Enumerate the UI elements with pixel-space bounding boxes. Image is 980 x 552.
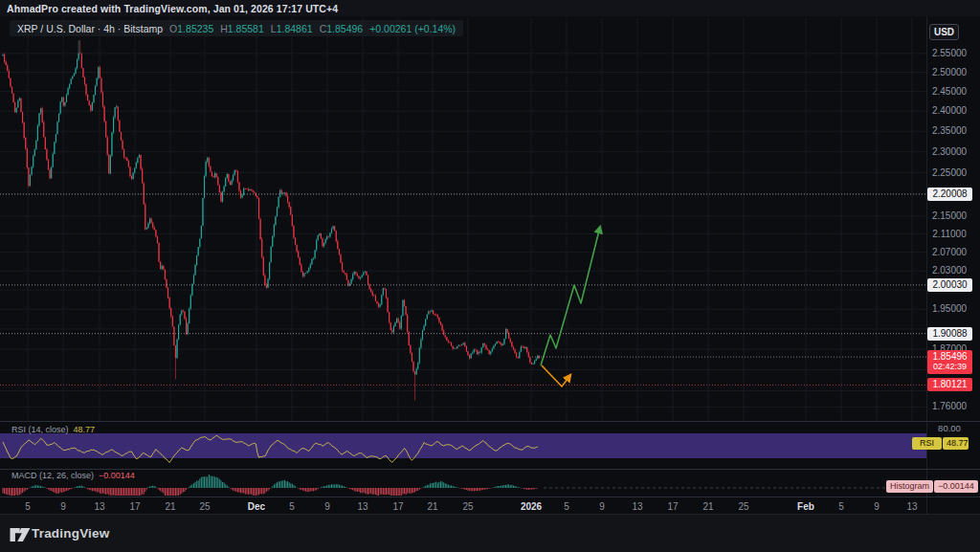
attribution-bar: AhmadPro created with TradingView.com, J… [0, 0, 980, 16]
macd-value: −0.00144 [99, 471, 135, 480]
tradingview-logo-icon[interactable] [10, 527, 31, 542]
symbol-legend[interactable]: XRP / U.S. Dollar · 4h · Bitstamp O1.852… [10, 20, 463, 36]
rsi-pane-canvas[interactable] [0, 422, 926, 469]
rsi-axis-badge: RSI48.77 [912, 437, 969, 450]
price-chart-canvas[interactable] [0, 17, 926, 421]
time-axis-tick: 21 [165, 501, 175, 512]
price-axis-label: 2.25000 [926, 167, 972, 178]
time-axis-tick: 9 [599, 501, 605, 512]
macd-pane-canvas[interactable] [0, 469, 926, 497]
price-axis-label: 1.87000 [926, 343, 972, 354]
tradingview-brand[interactable]: TradingView [32, 526, 109, 541]
time-axis-tick: 5 [838, 501, 844, 512]
price-axis-label: 2.40000 [926, 105, 972, 116]
price-axis-label: 2.45000 [926, 86, 972, 97]
time-axis-tick: 13 [906, 501, 917, 512]
price-axis-label: 2.55000 [926, 48, 972, 58]
price-axis-label: 1.76000 [926, 401, 972, 411]
rsi-scale-label: 80.00 [926, 423, 972, 433]
time-axis-tick: 2026 [521, 501, 542, 512]
time-axis-tick: 17 [129, 501, 140, 512]
time-axis-tick: 13 [94, 501, 104, 512]
tradingview-app: AhmadPro created with TradingView.com, J… [0, 0, 980, 552]
rsi-legend[interactable]: RSI (14, close) 48.77 [11, 425, 95, 434]
time-axis-tick: 17 [667, 501, 678, 512]
symbol-title: XRP / U.S. Dollar · 4h · Bitstamp [17, 23, 163, 34]
time-axis-tick: 9 [60, 501, 66, 512]
ohlc-high: H1.85581 [220, 23, 264, 34]
time-axis-tick: 9 [874, 501, 880, 512]
attribution-text: AhmadPro created with TradingView.com, J… [7, 3, 338, 14]
price-level-badge: 2.20008 [927, 188, 972, 201]
time-axis-tick: 5 [25, 501, 31, 512]
bar-countdown: 02:42:39 [927, 362, 972, 372]
current-price-badge: 1.8549602:42:39 [927, 350, 972, 374]
time-axis-tick: 5 [564, 501, 569, 512]
time-axis-tick: 21 [702, 501, 713, 512]
price-axis-label: 2.30000 [926, 146, 972, 157]
time-axis-tick: 9 [324, 501, 330, 512]
time-axis-tick: 21 [427, 501, 437, 512]
rsi-value: 48.77 [74, 425, 96, 434]
pane-separator[interactable] [0, 469, 980, 470]
ohlc-open: O1.85235 [169, 23, 213, 34]
time-axis-tick: 5 [289, 501, 295, 512]
macd-axis-badge: Histogram−0.00144 [886, 480, 978, 493]
currency-toggle-button[interactable]: USD [929, 24, 959, 40]
footer-bar: TradingView [0, 514, 980, 552]
price-axis-label: 2.50000 [926, 67, 972, 77]
price-axis-label: 2.11000 [926, 229, 972, 239]
price-level-badge: 2.00030 [927, 278, 972, 292]
price-axis-label: 2.03000 [926, 265, 972, 276]
time-axis-tick: 17 [392, 501, 403, 512]
time-axis-tick: 25 [199, 501, 210, 512]
time-axis-tick: 13 [357, 501, 368, 512]
price-level-badge: 1.80121 [927, 378, 972, 391]
time-axis-separator [0, 497, 980, 497]
macd-legend[interactable]: MACD (12, 26, close) −0.00144 [11, 471, 135, 480]
price-axis-label: 2.15000 [926, 210, 972, 221]
price-change: +0.00261 (+0.14%) [369, 23, 456, 34]
price-level-badge: 1.90088 [927, 327, 972, 341]
time-axis-tick: Dec [248, 501, 265, 512]
price-axis-label: 1.95000 [926, 303, 972, 314]
pane-separator[interactable] [0, 421, 980, 422]
price-axis-label: 2.35000 [926, 125, 972, 136]
price-axis-label: 2.07000 [926, 247, 972, 257]
time-axis-tick: 25 [738, 501, 748, 512]
time-axis-tick: 25 [462, 501, 473, 512]
ohlc-low: L1.84861 [271, 23, 313, 34]
time-axis-tick: Feb [797, 501, 814, 512]
ohlc-close: C1.85496 [320, 23, 364, 34]
time-axis[interactable]: 5913172125Dec591317212520265913172125Feb… [0, 497, 980, 514]
time-axis-tick: 13 [632, 501, 642, 512]
